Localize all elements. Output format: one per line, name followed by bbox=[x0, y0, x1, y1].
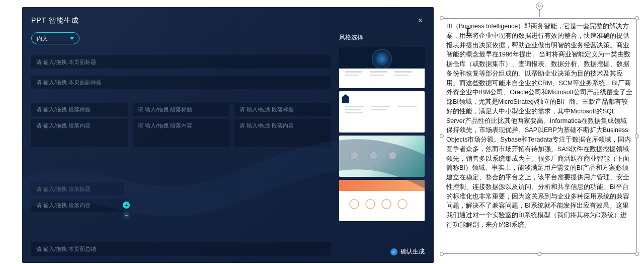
template-option-shield-white[interactable] bbox=[339, 91, 425, 133]
resize-handle-bl[interactable] bbox=[440, 252, 444, 256]
section-title-input[interactable]: 请 输入/拖拽 段落标题 bbox=[234, 103, 331, 116]
canvas-text-box[interactable]: BI（Business Intelligence）即商务智能，它是一套完整的解决… bbox=[442, 18, 637, 254]
confirm-label: 确认生成 bbox=[400, 247, 425, 256]
add-section-button[interactable]: + bbox=[123, 202, 130, 209]
chevron-down-icon bbox=[70, 37, 74, 40]
style-panel: 风格选择 ✓ 确认生成 bbox=[339, 32, 425, 256]
template-option-teal-badges[interactable] bbox=[339, 136, 425, 177]
resize-handle-tl[interactable] bbox=[440, 16, 444, 20]
close-icon[interactable]: × bbox=[416, 15, 425, 26]
dialog-header: PPT 智能生成 × bbox=[31, 15, 425, 26]
section-body-input[interactable]: 请 输入/拖拽 段落内容 bbox=[234, 119, 331, 147]
dropdown-selected: 内文 bbox=[37, 35, 48, 42]
template-option-orange-hex[interactable] bbox=[339, 180, 425, 221]
resize-handle-br[interactable] bbox=[635, 252, 639, 256]
resize-handle-tr[interactable] bbox=[635, 16, 639, 20]
resize-handle-mb[interactable] bbox=[537, 252, 541, 256]
page-summary-input[interactable]: 请 输入/拖拽 本页面总结 bbox=[31, 242, 331, 256]
check-icon: ✓ bbox=[390, 248, 397, 255]
resize-handle-ml[interactable] bbox=[440, 134, 444, 138]
section-title-input[interactable]: 请 输入/拖拽 段落标题 bbox=[133, 103, 229, 116]
content-editor-column: 内文 请 输入/拖拽 本页面标题 请 输入/拖拽 本页面副标题 请 输入/拖拽 … bbox=[31, 32, 331, 256]
section-body-input[interactable]: 请 输入/拖拽 段落内容 bbox=[31, 119, 128, 147]
ppt-generator-dialog: PPT 智能生成 × 内文 请 输入/拖拽 本页面标题 请 输入/拖拽 本页面副… bbox=[22, 7, 434, 263]
remove-section-button[interactable]: − bbox=[123, 212, 130, 219]
page-subtitle-input[interactable]: 请 输入/拖拽 本页面副标题 bbox=[31, 76, 331, 89]
resize-handle-mr[interactable] bbox=[635, 134, 639, 138]
template-option-dark-globe[interactable] bbox=[339, 47, 425, 88]
page-title-input[interactable]: 请 输入/拖拽 本页面标题 bbox=[31, 55, 331, 69]
rotate-handle-icon[interactable]: ↻ bbox=[536, 3, 543, 10]
confirm-generate-button[interactable]: ✓ 确认生成 bbox=[339, 247, 425, 256]
style-heading: 风格选择 bbox=[339, 33, 425, 42]
section-body-input[interactable]: 请 输入/拖拽 段落内容 bbox=[31, 199, 124, 212]
content-type-dropdown[interactable]: 内文 bbox=[31, 32, 79, 44]
dialog-body: 内文 请 输入/拖拽 本页面标题 请 输入/拖拽 本页面副标题 请 输入/拖拽 … bbox=[31, 32, 425, 256]
section-body-input[interactable]: 请 输入/拖拽 段落内容 bbox=[133, 119, 229, 147]
section-title-input[interactable]: 请 输入/拖拽 段落标题 bbox=[31, 103, 128, 116]
template-list bbox=[339, 47, 425, 242]
dialog-title: PPT 智能生成 bbox=[31, 16, 79, 25]
section-title-input[interactable]: 请 输入/拖拽 段落标题 bbox=[31, 182, 124, 195]
sections-row-1: 请 输入/拖拽 段落标题 请 输入/拖拽 段落内容 请 输入/拖拽 段落标题 请… bbox=[31, 103, 331, 150]
section-count-controls: + − bbox=[123, 202, 130, 219]
text-cursor-icon bbox=[467, 28, 468, 35]
